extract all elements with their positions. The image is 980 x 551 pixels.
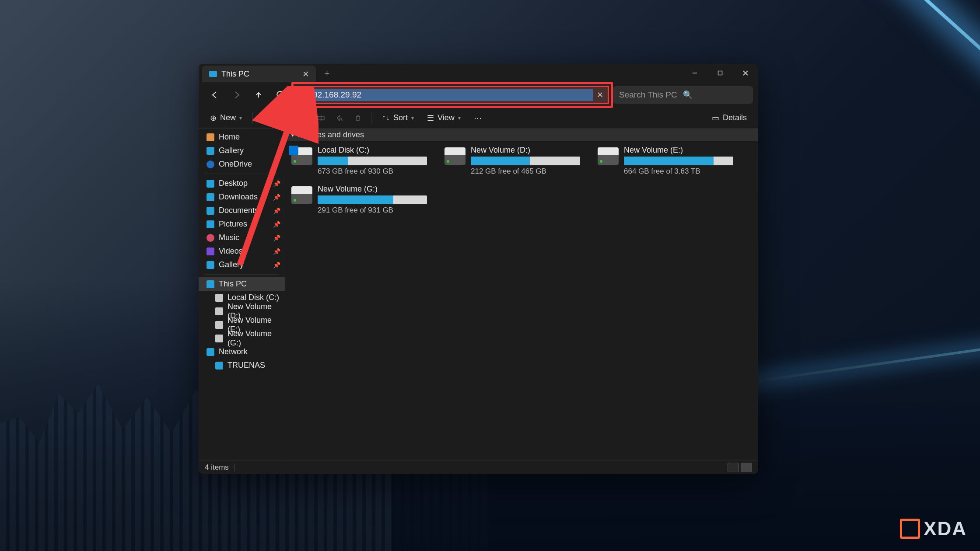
drive-capacity-bar	[318, 195, 427, 204]
folder-icon	[206, 207, 214, 215]
view-label: View	[438, 113, 455, 122]
sort-label: Sort	[393, 113, 408, 122]
address-input[interactable]	[301, 89, 593, 101]
drive-icon	[215, 335, 223, 342]
window-controls: ✕	[682, 64, 758, 82]
separator	[205, 174, 279, 174]
tab-title: This PC	[221, 70, 309, 79]
more-button[interactable]: ⋯	[469, 110, 487, 126]
new-tab-button[interactable]: ＋	[318, 64, 335, 82]
separator	[371, 112, 371, 124]
back-button[interactable]	[204, 85, 226, 105]
address-bar[interactable]: ✕	[296, 86, 609, 104]
drive-info: New Volume (G:) 291 GB free of 931 GB	[318, 185, 427, 215]
up-button[interactable]	[248, 85, 270, 105]
gallery-icon	[206, 147, 214, 155]
new-button[interactable]: ⊕New▾	[205, 110, 247, 126]
sidebar-item-desktop[interactable]: Desktop📌	[199, 177, 285, 190]
pin-icon: 📌	[273, 194, 280, 201]
drive-icon	[598, 147, 619, 165]
toolbar: ⊕New▾ ↑↓Sort▾ ☰View▾ ⋯ ▭Details	[199, 108, 758, 129]
address-clear-button[interactable]: ✕	[597, 90, 603, 100]
close-button[interactable]: ✕	[733, 64, 758, 82]
drive-info: Local Disk (C:) 673 GB free of 930 GB	[318, 146, 427, 176]
drive-free-text: 664 GB free of 3.63 TB	[624, 167, 733, 176]
chevron-down-icon: ▾	[411, 115, 414, 121]
drive-free-text: 291 GB free of 931 GB	[318, 206, 427, 215]
forward-button[interactable]	[226, 85, 248, 105]
tab-this-pc[interactable]: This PC ✕	[202, 66, 316, 82]
sidebar-label: Desktop	[219, 179, 248, 188]
folder-icon	[206, 193, 214, 201]
sidebar-item-downloads[interactable]: Downloads📌	[199, 190, 285, 204]
view-tiles-button[interactable]	[741, 463, 752, 472]
maximize-button[interactable]	[707, 64, 733, 82]
sidebar-label: Music	[219, 233, 239, 242]
sidebar: Home Gallery OneDrive Desktop📌Downloads📌…	[199, 129, 285, 460]
drive-item[interactable]: New Volume (D:) 212 GB free of 465 GB	[444, 146, 580, 176]
sidebar-item-netpc[interactable]: TRUENAS	[199, 359, 285, 372]
sort-button[interactable]: ↑↓Sort▾	[377, 110, 419, 126]
sidebar-item-drive[interactable]: New Volume (G:)	[199, 331, 285, 345]
pin-icon: 📌	[273, 180, 280, 187]
rename-button	[313, 114, 329, 122]
details-pane-button[interactable]: ▭Details	[707, 110, 752, 126]
cut-button	[258, 114, 274, 122]
sidebar-item-home[interactable]: Home	[199, 130, 285, 144]
sidebar-label: Videos	[219, 247, 243, 256]
minimize-button[interactable]	[682, 64, 707, 82]
nav-row: ✕ Search This PC 🔍	[199, 82, 758, 108]
svg-rect-1	[718, 71, 722, 75]
folder-icon	[206, 248, 214, 255]
sidebar-item-pictures[interactable]: Pictures📌	[199, 217, 285, 231]
folder-icon	[206, 261, 214, 269]
sidebar-item-gallery[interactable]: Gallery📌	[199, 258, 285, 272]
sidebar-label: This PC	[219, 279, 247, 289]
drive-free-text: 673 GB free of 930 GB	[318, 167, 427, 176]
status-bar: 4 items	[199, 460, 758, 474]
details-icon: ▭	[712, 113, 719, 123]
sidebar-item-gallery[interactable]: Gallery	[199, 144, 285, 157]
sidebar-item-music[interactable]: Music📌	[199, 231, 285, 244]
drive-capacity-bar	[318, 157, 427, 165]
share-button	[332, 114, 347, 122]
sidebar-label: Pictures	[219, 220, 247, 229]
sidebar-label: TRUENAS	[228, 361, 265, 370]
drive-capacity-bar	[471, 157, 580, 165]
drive-free-text: 212 GB free of 465 GB	[471, 167, 580, 176]
delete-button	[350, 114, 366, 122]
sidebar-label: Local Disk (C:)	[228, 293, 279, 302]
sidebar-item-network[interactable]: Network	[199, 345, 285, 359]
sidebar-item-onedrive[interactable]: OneDrive	[199, 157, 285, 171]
separator	[234, 464, 234, 471]
drive-item[interactable]: New Volume (E:) 664 GB free of 3.63 TB	[598, 146, 733, 176]
sidebar-label: OneDrive	[219, 160, 252, 169]
drive-item[interactable]: Local Disk (C:) 673 GB free of 930 GB	[291, 146, 427, 176]
sidebar-item-this-pc[interactable]: This PC	[199, 277, 285, 291]
view-mode-buttons	[728, 463, 752, 472]
pc-icon	[206, 280, 214, 288]
search-icon: 🔍	[683, 90, 747, 100]
computer-icon	[215, 362, 223, 370]
drive-name: New Volume (E:)	[624, 146, 733, 155]
view-list-button[interactable]	[728, 463, 739, 472]
pin-icon: 📌	[273, 221, 280, 228]
body: Home Gallery OneDrive Desktop📌Downloads📌…	[199, 129, 758, 460]
sidebar-item-videos[interactable]: Videos📌	[199, 244, 285, 258]
file-explorer-window: This PC ✕ ＋ ✕ ✕ Search This PC 🔍 ⊕New▾	[199, 64, 758, 474]
group-label: Devices and drives	[298, 130, 364, 139]
search-box[interactable]: Search This PC 🔍	[613, 86, 753, 104]
new-label: New	[220, 113, 236, 122]
refresh-button[interactable]	[270, 85, 291, 105]
tab-close-button[interactable]: ✕	[298, 66, 314, 82]
pin-icon: 📌	[273, 234, 280, 241]
drive-item[interactable]: New Volume (G:) 291 GB free of 931 GB	[291, 185, 427, 215]
plus-icon: ⊕	[210, 113, 217, 123]
view-button[interactable]: ☰View▾	[422, 110, 466, 126]
chevron-down-icon: ▾	[291, 132, 294, 138]
copy-button	[276, 114, 292, 122]
sidebar-item-documents[interactable]: Documents📌	[199, 204, 285, 217]
xda-watermark: XDA	[900, 518, 967, 540]
group-header-devices[interactable]: ▾Devices and drives	[285, 129, 758, 141]
sidebar-label: Gallery	[219, 146, 244, 155]
